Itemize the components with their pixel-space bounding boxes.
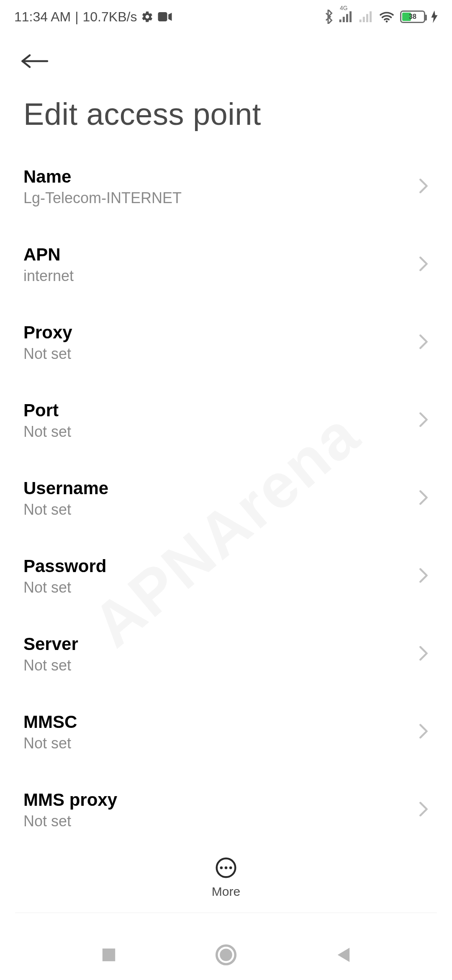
svg-point-18: [220, 949, 232, 961]
row-password[interactable]: Password Not set: [23, 537, 431, 615]
video-icon: [158, 12, 172, 21]
signal-4g-icon: 4G: [339, 11, 353, 22]
row-value: Not set: [23, 501, 108, 518]
row-value: Not set: [23, 579, 106, 596]
row-label: Proxy: [23, 322, 72, 343]
svg-point-15: [229, 867, 232, 869]
svg-rect-5: [360, 20, 362, 23]
row-label: Name: [23, 167, 182, 187]
status-bar: 11:34 AM | 10.7KB/s 4G x 38: [0, 0, 452, 34]
svg-rect-16: [103, 949, 115, 961]
row-port[interactable]: Port Not set: [23, 382, 431, 459]
row-value: internet: [23, 267, 74, 285]
row-label: MMSC: [23, 712, 77, 732]
nav-recent-button[interactable]: [97, 943, 121, 967]
svg-rect-3: [346, 14, 348, 23]
row-server[interactable]: Server Not set: [23, 615, 431, 693]
header: [0, 34, 452, 92]
row-apn[interactable]: APN internet: [23, 226, 431, 304]
row-label: Username: [23, 478, 108, 498]
row-label: APN: [23, 245, 74, 265]
svg-rect-1: [339, 20, 342, 23]
svg-text:x: x: [370, 21, 373, 22]
row-mms-proxy[interactable]: MMS proxy Not set: [23, 771, 431, 849]
svg-rect-6: [363, 17, 365, 22]
chevron-right-icon: [419, 334, 429, 351]
row-label: Password: [23, 556, 106, 576]
status-time: 11:34 AM: [14, 9, 71, 25]
signal-nosim-icon: x: [359, 11, 373, 22]
chevron-right-icon: [419, 645, 429, 663]
chevron-right-icon: [419, 178, 429, 196]
status-left: 11:34 AM | 10.7KB/s: [14, 9, 172, 25]
wifi-icon: [379, 11, 394, 23]
more-label: More: [212, 885, 240, 899]
battery-icon: 38: [400, 10, 425, 23]
chevron-right-icon: [419, 567, 429, 585]
row-mmsc[interactable]: MMSC Not set: [23, 693, 431, 771]
row-label: Port: [23, 400, 71, 420]
svg-rect-2: [343, 17, 345, 22]
gear-icon: [141, 10, 154, 23]
svg-rect-7: [366, 14, 368, 23]
status-speed: 10.7KB/s: [83, 9, 137, 25]
nav-back-button[interactable]: [331, 943, 355, 967]
page-title: Edit access point: [0, 92, 452, 148]
bottom-action-bar: More: [0, 844, 452, 911]
svg-point-10: [386, 21, 388, 23]
row-label: Server: [23, 634, 78, 654]
charging-icon: [431, 10, 438, 23]
status-right: 4G x 38: [323, 10, 438, 24]
svg-point-13: [220, 867, 223, 869]
row-value: Not set: [23, 423, 71, 441]
svg-rect-0: [158, 12, 167, 21]
svg-point-14: [225, 867, 228, 869]
more-button[interactable]: More: [212, 857, 240, 899]
row-name[interactable]: Name Lg-Telecom-INTERNET: [23, 148, 431, 226]
chevron-right-icon: [419, 723, 429, 741]
more-icon: [215, 857, 237, 880]
row-value: Not set: [23, 345, 72, 363]
row-label: MMS proxy: [23, 790, 117, 810]
svg-rect-4: [349, 11, 352, 22]
back-button[interactable]: [21, 49, 54, 74]
row-value: Not set: [23, 657, 78, 674]
chevron-right-icon: [419, 801, 429, 819]
chevron-right-icon: [419, 490, 429, 507]
chevron-right-icon: [419, 412, 429, 429]
row-value: Not set: [23, 735, 77, 752]
row-username[interactable]: Username Not set: [23, 459, 431, 537]
navigation-bar: [0, 930, 452, 980]
nav-home-button[interactable]: [214, 943, 238, 967]
row-proxy[interactable]: Proxy Not set: [23, 304, 431, 382]
chevron-right-icon: [419, 256, 429, 273]
bluetooth-icon: [323, 10, 333, 24]
row-value: Not set: [23, 812, 117, 830]
settings-list: Name Lg-Telecom-INTERNET APN internet Pr…: [0, 148, 452, 849]
row-value: Lg-Telecom-INTERNET: [23, 189, 182, 207]
